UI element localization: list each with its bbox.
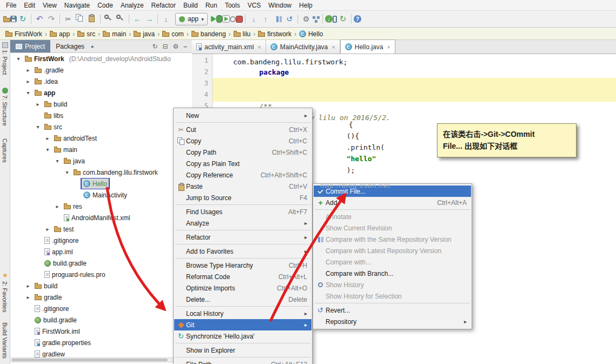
tree-item[interactable]: app bbox=[10, 87, 192, 98]
synchronize-icon[interactable] bbox=[17, 13, 29, 25]
menu-item-show-history-for-selection[interactable]: Show History for Selection bbox=[314, 290, 471, 302]
tree-expand-icon[interactable] bbox=[24, 90, 32, 96]
tree-item[interactable]: com.bandeng.lilu.firstwork bbox=[10, 167, 192, 178]
breadcrumb-item[interactable]: java bbox=[133, 30, 156, 38]
code-area[interactable]: package com.bandeng.lilu.firstwork; /** … bbox=[213, 55, 616, 112]
menu-item-show-history[interactable]: Show History bbox=[314, 279, 471, 290]
menu-item-new[interactable]: New bbox=[174, 110, 312, 121]
close-icon[interactable] bbox=[387, 44, 390, 50]
forward-icon[interactable] bbox=[143, 13, 155, 25]
menu-item-repository[interactable]: Repository bbox=[314, 316, 471, 327]
vcs-commit-icon[interactable] bbox=[260, 13, 271, 25]
breadcrumb-item[interactable]: com bbox=[161, 30, 185, 38]
menu-item-find-usages[interactable]: Find Usages Alt+F7 bbox=[174, 206, 312, 217]
menubar-item[interactable]: Build bbox=[180, 1, 202, 10]
menu-item-paste[interactable]: Paste Ctrl+V bbox=[174, 181, 312, 192]
tree-item[interactable]: .idea bbox=[10, 76, 192, 87]
tree-expand-icon[interactable] bbox=[54, 203, 61, 209]
menu-item-compare-with[interactable]: Compare with... bbox=[314, 256, 471, 268]
favorites-star-icon[interactable] bbox=[2, 272, 8, 277]
tree-expand-icon[interactable] bbox=[44, 135, 51, 141]
tree-expand-icon[interactable] bbox=[44, 226, 51, 232]
back-icon[interactable] bbox=[131, 13, 143, 25]
tab-project[interactable]: Project bbox=[10, 40, 50, 52]
menu-item-cut[interactable]: Cut Ctrl+X bbox=[174, 124, 312, 135]
menubar-item[interactable]: Run bbox=[202, 1, 221, 10]
editor-tab[interactable]: activity_main.xml bbox=[192, 40, 266, 54]
tree-item[interactable]: app.iml bbox=[10, 246, 192, 257]
menu-item-analyze[interactable]: Analyze bbox=[174, 217, 312, 229]
scrollbar-thumb[interactable] bbox=[12, 359, 168, 361]
tree-item[interactable]: libs bbox=[10, 110, 192, 121]
menu-item-compare-latest-repository[interactable]: Compare with Latest Repository Version bbox=[314, 245, 471, 256]
menu-item-show-current-revision[interactable]: Show Current Revision bbox=[314, 222, 471, 234]
attach-debugger-icon[interactable] bbox=[230, 16, 236, 22]
menubar-item[interactable]: Tools bbox=[221, 1, 244, 10]
find-icon[interactable] bbox=[103, 13, 115, 25]
debug-icon[interactable] bbox=[216, 15, 222, 23]
breadcrumb-item[interactable]: Hello bbox=[298, 30, 324, 38]
refresh-icon[interactable] bbox=[152, 43, 157, 50]
horizontal-scrollbar[interactable] bbox=[11, 358, 191, 362]
tree-expand-icon[interactable] bbox=[24, 294, 32, 300]
menu-item-compare-same-repository[interactable]: Compare with the Same Repository Version bbox=[314, 234, 471, 245]
tree-expand-icon[interactable] bbox=[24, 67, 32, 73]
chevron-right-icon[interactable] bbox=[91, 43, 94, 49]
stop-icon[interactable] bbox=[236, 16, 243, 23]
menu-item-reformat-code[interactable]: Reformat Code Ctrl+Alt+L bbox=[174, 271, 312, 282]
menubar-item[interactable]: VCS bbox=[244, 1, 265, 10]
replace-icon[interactable] bbox=[115, 13, 127, 25]
menu-item-local-history[interactable]: Local History bbox=[174, 308, 312, 319]
project-tool-icon[interactable] bbox=[2, 42, 8, 48]
menu-item-copy-reference[interactable]: Copy Reference Ctrl+Alt+Shift+C bbox=[174, 169, 312, 181]
editor-tab[interactable]: Hello.java bbox=[340, 39, 395, 54]
collapse-all-icon[interactable] bbox=[162, 43, 168, 50]
tree-item[interactable]: src bbox=[10, 121, 192, 133]
tree-item[interactable]: proguard-rules.pro bbox=[10, 269, 192, 280]
menubar-item[interactable]: Code bbox=[94, 1, 117, 10]
run-icon[interactable] bbox=[211, 16, 216, 22]
copy-icon[interactable] bbox=[74, 13, 86, 25]
menu-item-optimize-imports[interactable]: Optimize Imports Ctrl+Alt+O bbox=[174, 282, 312, 294]
breadcrumb-item[interactable]: app bbox=[49, 30, 71, 38]
stripe-button-captures[interactable]: Captures bbox=[2, 138, 8, 163]
menu-item-revert[interactable]: Revert... bbox=[314, 305, 471, 316]
menu-item-annotate[interactable]: Annotate bbox=[314, 211, 471, 222]
breadcrumb-item[interactable]: lilu bbox=[233, 30, 252, 38]
menu-item-add[interactable]: Add Ctrl+Alt+A bbox=[314, 197, 471, 208]
undo-icon[interactable] bbox=[34, 13, 45, 25]
tree-item[interactable]: .gitignore bbox=[10, 235, 192, 246]
tree-item[interactable]: gradle.properties bbox=[10, 337, 192, 348]
menu-item-compare-with-branch[interactable]: Compare with Branch... bbox=[314, 268, 471, 279]
help-icon[interactable] bbox=[354, 15, 361, 23]
stripe-button-structure[interactable]: 7: Structure bbox=[2, 95, 8, 126]
breadcrumb-item[interactable]: main bbox=[102, 30, 127, 38]
tree-item[interactable]: FirstWork (D:\Android_develop\AndroidStu… bbox=[10, 53, 192, 64]
vcs-update-icon[interactable] bbox=[248, 13, 260, 25]
tab-packages[interactable]: Packages bbox=[50, 40, 90, 52]
gradle-sync-icon[interactable] bbox=[337, 13, 349, 25]
menubar-item[interactable]: Navigate bbox=[61, 1, 94, 10]
tree-item[interactable]: main bbox=[10, 144, 192, 155]
menubar-item[interactable]: Window bbox=[264, 1, 295, 10]
tree-item[interactable]: gradle bbox=[10, 292, 192, 303]
menu-item-copy-as-plain-text[interactable]: Copy as Plain Text bbox=[174, 158, 312, 169]
menu-item-delete[interactable]: Delete... Delete bbox=[174, 294, 312, 305]
tree-expand-icon[interactable] bbox=[15, 56, 22, 62]
goto-line-icon[interactable] bbox=[160, 13, 172, 25]
cut-icon[interactable] bbox=[62, 13, 74, 25]
stripe-button-favorites[interactable]: 2: Favorites bbox=[2, 281, 8, 312]
settings-icon[interactable] bbox=[173, 43, 179, 50]
tree-item[interactable]: res bbox=[10, 201, 192, 212]
tree-item[interactable]: .gitignore bbox=[10, 303, 192, 314]
tree-item[interactable]: androidTest bbox=[10, 133, 192, 144]
menubar-item[interactable]: Refactor bbox=[148, 1, 180, 10]
menu-item-show-in-explorer[interactable]: Show in Explorer bbox=[174, 345, 312, 356]
tree-item[interactable]: java bbox=[10, 155, 192, 167]
tree-item[interactable]: build.gradle bbox=[10, 314, 192, 326]
tree-expand-icon[interactable] bbox=[44, 147, 51, 153]
tree-item[interactable]: build bbox=[10, 98, 192, 110]
tree-expand-icon[interactable] bbox=[34, 124, 42, 130]
tree-item[interactable]: Hello bbox=[10, 178, 192, 189]
breadcrumb-item[interactable]: bandeng bbox=[190, 30, 227, 38]
